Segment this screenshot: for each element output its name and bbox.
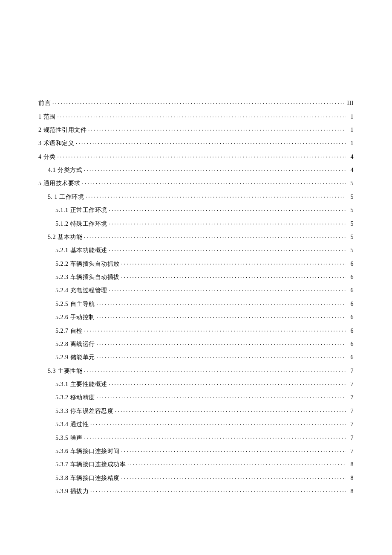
toc-leader-dots <box>115 407 346 413</box>
toc-entry-title: 5.2.4 充电过程管理 <box>38 288 107 293</box>
toc-entry-page: 7 <box>348 408 354 414</box>
toc-entry-page: 7 <box>348 435 354 441</box>
toc-entry-page: 1 <box>348 140 354 146</box>
toc-entry-title: 5.3.5 噪声 <box>38 435 83 441</box>
toc-entry-title: 1 范围 <box>38 114 56 120</box>
toc-entry-title: 5.3.8 车辆接口连接精度 <box>38 475 120 481</box>
toc-entry-title: 5.3.4 通过性 <box>38 421 89 427</box>
toc-leader-dots <box>109 206 346 212</box>
toc-leader-dots <box>97 393 346 399</box>
toc-entry-page: 8 <box>348 462 354 468</box>
toc-leader-dots <box>97 340 346 346</box>
toc-entry-page: 4 <box>348 154 354 160</box>
toc-entry: 5.1.2 特殊工作环境5 <box>38 216 354 230</box>
toc-entry-page: 5 <box>348 180 354 186</box>
toc-leader-dots <box>97 353 346 359</box>
toc-entry: 4 分类4 <box>38 150 354 163</box>
toc-entry-title: 5.3.2 移动精度 <box>38 395 95 401</box>
page: 前言III1 范围12 规范性引用文件13 术语和定义14 分类44.1 分类方… <box>0 0 392 497</box>
toc-entry-page: 7 <box>348 448 354 454</box>
toc-entry: 5.2.7 自检6 <box>38 323 354 337</box>
toc-leader-dots <box>84 233 346 239</box>
toc-leader-dots <box>84 367 346 373</box>
toc-entry-title: 5.2.7 自检 <box>38 328 83 334</box>
toc-leader-dots <box>97 313 346 319</box>
toc-entry-page: 6 <box>348 288 354 293</box>
toc-entry: 5.3.3 停车误差容忍度7 <box>38 404 354 417</box>
toc-entry-page: 1 <box>348 114 354 120</box>
toc-leader-dots <box>84 434 346 440</box>
toc-leader-dots <box>121 474 346 480</box>
toc-leader-dots <box>127 460 346 466</box>
toc-leader-dots <box>109 286 346 292</box>
toc-entry: 5.3.7 车辆接口连接成功率8 <box>38 457 354 471</box>
table-of-contents: 前言III1 范围12 规范性引用文件13 术语和定义14 分类44.1 分类方… <box>38 96 354 497</box>
toc-entry: 5. 1 工作环境5 <box>38 190 354 203</box>
toc-leader-dots <box>109 380 346 386</box>
toc-entry-page: 6 <box>348 301 354 307</box>
toc-entry: 5.3 主要性能7 <box>38 364 354 377</box>
toc-entry: 5.2.3 车辆插头自动插拔6 <box>38 270 354 283</box>
toc-entry-title: 5.2.9 储能单元 <box>38 355 95 360</box>
toc-entry-title: 5 通用技术要求 <box>38 180 81 186</box>
toc-entry-page: 6 <box>348 261 354 267</box>
toc-entry: 前言III <box>38 96 354 109</box>
toc-entry-title: 3 术语和定义 <box>38 140 74 146</box>
toc-leader-dots <box>90 487 346 493</box>
toc-entry-page: 7 <box>348 381 354 387</box>
toc-entry-page: 1 <box>348 127 354 133</box>
toc-entry-page: 8 <box>348 475 354 481</box>
toc-entry: 2 规范性引用文件1 <box>38 123 354 136</box>
toc-entry-title: 5.2 基本功能 <box>38 234 82 240</box>
toc-entry-page: 6 <box>348 314 354 320</box>
toc-leader-dots <box>121 273 346 279</box>
toc-entry-title: 5.3.9 插拔力 <box>38 488 89 494</box>
toc-entry-title: 5.2.6 手动控制 <box>38 314 95 320</box>
toc-leader-dots <box>84 327 346 333</box>
toc-entry-title: 5.1.1 正常工作环境 <box>38 207 107 213</box>
toc-leader-dots <box>90 420 346 426</box>
toc-entry: 5.3.9 插拔力8 <box>38 484 354 497</box>
toc-entry: 5.3.6 车辆接口连接时间7 <box>38 444 354 457</box>
toc-entry-page: 5 <box>348 234 354 240</box>
toc-leader-dots <box>109 220 346 226</box>
toc-entry: 5.2.9 储能单元6 <box>38 350 354 363</box>
toc-entry: 1 范围1 <box>38 109 354 122</box>
toc-leader-dots <box>58 113 346 119</box>
toc-entry-page: 6 <box>348 274 354 280</box>
toc-entry-page: 8 <box>348 488 354 494</box>
toc-entry-title: 5.1.2 特殊工作环境 <box>38 221 107 227</box>
toc-leader-dots <box>109 246 346 252</box>
toc-entry-page: III <box>347 100 354 106</box>
toc-leader-dots <box>121 260 346 266</box>
toc-entry-title: 5.3.3 停车误差容忍度 <box>38 408 113 414</box>
toc-entry-title: 5.2.3 车辆插头自动插拔 <box>38 274 120 280</box>
toc-entry-title: 2 规范性引用文件 <box>38 127 86 133</box>
toc-entry: 5.3.2 移动精度7 <box>38 390 354 404</box>
toc-entry-page: 6 <box>348 341 354 347</box>
toc-entry: 5.3.4 通过性7 <box>38 417 354 430</box>
toc-entry-title: 5.2.1 基本功能概述 <box>38 247 107 253</box>
toc-entry: 5.2.2 车辆插头自动抓放6 <box>38 257 354 270</box>
toc-entry-title: 5.3 主要性能 <box>38 368 82 374</box>
toc-entry-title: 5.3.1 主要性能概述 <box>38 381 107 387</box>
toc-leader-dots <box>86 193 346 199</box>
toc-entry: 5.2.5 自主导航6 <box>38 297 354 310</box>
toc-entry-title: 5.3.7 车辆接口连接成功率 <box>38 462 126 468</box>
toc-leader-dots <box>88 126 346 132</box>
toc-entry-title: 前言 <box>38 100 51 106</box>
toc-entry-page: 5 <box>348 207 354 213</box>
toc-entry-page: 4 <box>348 167 354 173</box>
toc-leader-dots <box>82 179 346 185</box>
toc-entry-page: 5 <box>348 247 354 253</box>
toc-entry: 5.1.1 正常工作环境5 <box>38 203 354 216</box>
toc-leader-dots <box>97 300 346 306</box>
toc-entry-title: 5.3.6 车辆接口连接时间 <box>38 448 120 454</box>
toc-entry: 3 术语和定义1 <box>38 136 354 149</box>
toc-entry: 5.2.6 手动控制6 <box>38 310 354 323</box>
toc-entry-title: 4.1 分类方式 <box>38 167 82 173</box>
toc-entry: 5.3.8 车辆接口连接精度8 <box>38 471 354 484</box>
toc-entry: 5.2 基本功能5 <box>38 230 354 243</box>
toc-entry-title: 5.2.2 车辆插头自动抓放 <box>38 261 120 267</box>
toc-entry-title: 5.2.8 离线运行 <box>38 341 95 347</box>
